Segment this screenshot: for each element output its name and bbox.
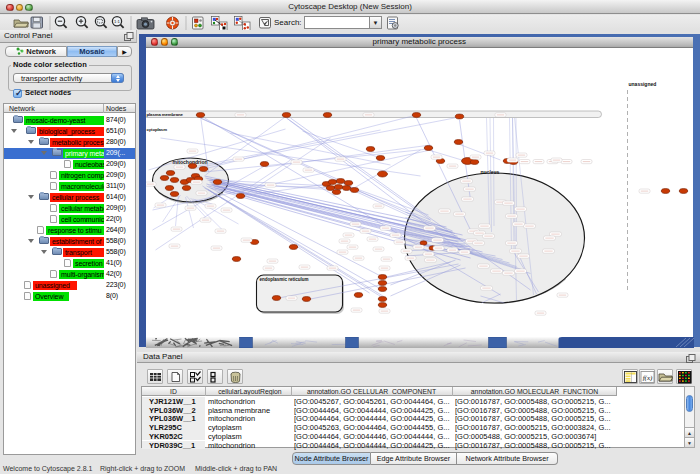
svg-text:endoplasmic reticulum: endoplasmic reticulum xyxy=(259,277,308,282)
svg-text:nucleus: nucleus xyxy=(480,169,499,175)
svg-text:plasma membrane: plasma membrane xyxy=(146,112,183,117)
svg-text:1:1: 1:1 xyxy=(114,19,120,24)
svg-text:f(x): f(x) xyxy=(643,374,653,382)
svg-text:cytoplasm: cytoplasm xyxy=(146,127,167,132)
svg-text:unassigned: unassigned xyxy=(628,81,656,87)
